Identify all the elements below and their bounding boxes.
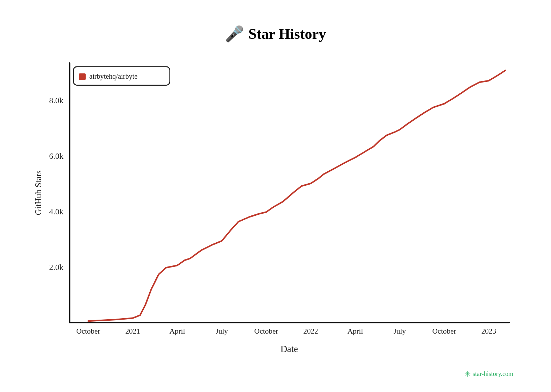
svg-text:2021: 2021 [125, 327, 140, 335]
watermark-text: star-history.com [473, 370, 513, 378]
svg-text:October: October [432, 327, 456, 335]
svg-text:4.0k: 4.0k [49, 207, 64, 216]
svg-text:2023: 2023 [481, 327, 496, 335]
svg-text:2022: 2022 [303, 327, 318, 335]
svg-text:April: April [170, 327, 185, 335]
svg-text:8.0k: 8.0k [49, 95, 64, 105]
svg-text:October: October [254, 327, 278, 335]
chart-svg: 2.0k 4.0k 6.0k 8.0k GitHub Stars October… [31, 50, 520, 358]
svg-text:July: July [394, 327, 406, 335]
chart-title: 🎤 Star History [31, 25, 520, 43]
svg-text:GitHub Stars: GitHub Stars [34, 170, 43, 215]
watermark-star-icon: ✳ [464, 370, 471, 379]
svg-text:Date: Date [280, 344, 298, 354]
title-text: Star History [248, 26, 326, 42]
svg-text:October: October [76, 327, 100, 335]
svg-text:July: July [216, 327, 228, 335]
watermark: ✳ star-history.com [464, 370, 513, 379]
svg-text:2.0k: 2.0k [49, 262, 64, 271]
svg-text:6.0k: 6.0k [49, 151, 64, 160]
title-icon: 🎤 [225, 25, 244, 43]
chart-container: 🎤 Star History 2.0k 4.0k 6.0k 8.0k GitHu… [31, 25, 520, 368]
svg-text:April: April [348, 327, 363, 335]
chart-area: 2.0k 4.0k 6.0k 8.0k GitHub Stars October… [31, 50, 520, 358]
svg-text:airbytehq/airbyte: airbytehq/airbyte [90, 72, 138, 80]
svg-rect-19 [79, 73, 86, 80]
